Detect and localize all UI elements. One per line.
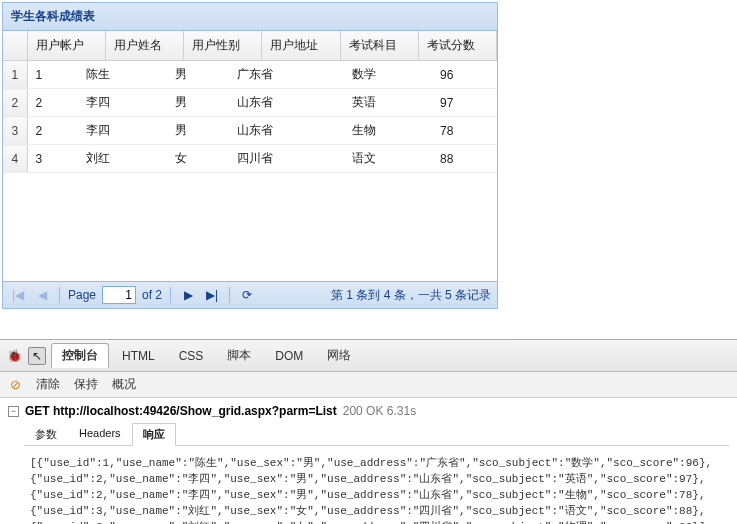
paging-toolbar: |◀ ◀ Page of 2 ▶ ▶| ⟳ 第 1 条到 4 条，一共 5 条记… [3,281,497,308]
cell: 2 [27,89,78,117]
subtab-params[interactable]: 参数 [24,423,68,446]
request-area: − GET http://localhost:49426/Show_grid.a… [0,398,737,524]
response-subtabs: 参数 Headers 响应 [24,422,729,446]
cell: 山东省 [229,117,344,145]
cell: 李四 [78,117,166,145]
request-status: 200 OK 6.31s [343,404,416,418]
page-input[interactable] [102,286,136,304]
header-row: 用户帐户 用户姓名 用户性别 用户地址 考试科目 考试分数 [3,31,497,61]
cell: 四川省 [229,145,344,173]
panel-title: 学生各科成绩表 [3,3,497,31]
cell: 广东省 [229,61,344,89]
last-page-button[interactable]: ▶| [203,286,221,304]
cell: 2 [27,117,78,145]
cmd-clear[interactable]: 清除 [36,376,60,393]
bug-icon[interactable]: 🐞 [5,347,23,365]
row-number: 2 [3,89,27,117]
cell: 山东省 [229,89,344,117]
row-number: 4 [3,145,27,173]
cell: 96 [432,61,497,89]
tab-html[interactable]: HTML [111,345,166,367]
col-sex[interactable]: 用户性别 [184,31,262,61]
cell: 语文 [344,145,432,173]
cell: 88 [432,145,497,173]
tab-console[interactable]: 控制台 [51,343,109,368]
table-row[interactable]: 11陈生男广东省数学96 [3,61,497,89]
request-row[interactable]: − GET http://localhost:49426/Show_grid.a… [8,404,729,418]
collapse-icon[interactable]: − [8,406,19,417]
prev-page-button[interactable]: ◀ [33,286,51,304]
col-account[interactable]: 用户帐户 [27,31,105,61]
first-page-button[interactable]: |◀ [9,286,27,304]
cell: 女 [167,145,229,173]
table-row[interactable]: 22李四男山东省英语97 [3,89,497,117]
tab-network[interactable]: 网络 [316,343,362,368]
refresh-button[interactable]: ⟳ [238,286,256,304]
page-label: Page [68,288,96,302]
cell: 3 [27,145,78,173]
grid-panel: 学生各科成绩表 用户帐户 用户姓名 用户性别 用户地址 考试科目 考试分数 11… [2,2,498,309]
header-rownum [3,31,27,61]
tab-dom[interactable]: DOM [264,345,314,367]
next-page-button[interactable]: ▶ [179,286,197,304]
tab-css[interactable]: CSS [168,345,215,367]
request-url: http://localhost:49426/Show_grid.aspx?pa… [53,404,337,418]
cell: 男 [167,117,229,145]
cell: 数学 [344,61,432,89]
cell: 李四 [78,89,166,117]
inspect-icon[interactable]: ↖ [28,347,46,365]
grid: 用户帐户 用户姓名 用户性别 用户地址 考试科目 考试分数 11陈生男广东省数学… [3,31,497,281]
col-score[interactable]: 考试分数 [418,31,496,61]
subtab-headers[interactable]: Headers [68,423,132,446]
row-number: 1 [3,61,27,89]
separator [229,287,230,303]
cmd-persist[interactable]: 保持 [74,376,98,393]
col-subject[interactable]: 考试科目 [340,31,418,61]
tab-script[interactable]: 脚本 [216,343,262,368]
cell: 陈生 [78,61,166,89]
cell: 男 [167,61,229,89]
cell: 男 [167,89,229,117]
cell: 生物 [344,117,432,145]
page-of: of 2 [142,288,162,302]
devtools-panel: 🐞 ↖ 控制台 HTML CSS 脚本 DOM 网络 ⊘ 清除 保持 概况 − … [0,339,737,524]
subtab-response[interactable]: 响应 [132,423,176,446]
cell: 97 [432,89,497,117]
paging-status: 第 1 条到 4 条，一共 5 条记录 [331,287,491,304]
col-address[interactable]: 用户地址 [262,31,340,61]
cell: 英语 [344,89,432,117]
table-row[interactable]: 32李四男山东省生物78 [3,117,497,145]
cmd-profile[interactable]: 概况 [112,376,136,393]
separator [59,287,60,303]
row-number: 3 [3,117,27,145]
separator [170,287,171,303]
col-name[interactable]: 用户姓名 [105,31,183,61]
clear-icon[interactable]: ⊘ [8,377,22,392]
request-text: GET http://localhost:49426/Show_grid.asp… [25,404,337,418]
cell: 刘红 [78,145,166,173]
table-row[interactable]: 43刘红女四川省语文88 [3,145,497,173]
devtools-sub-toolbar: ⊘ 清除 保持 概况 [0,372,737,398]
cell: 1 [27,61,78,89]
cell: 78 [432,117,497,145]
devtools-main-tabs: 🐞 ↖ 控制台 HTML CSS 脚本 DOM 网络 [0,340,737,372]
request-method: GET [25,404,50,418]
response-body[interactable]: [{"use_id":1,"use_name":"陈生","use_sex":"… [24,450,729,524]
